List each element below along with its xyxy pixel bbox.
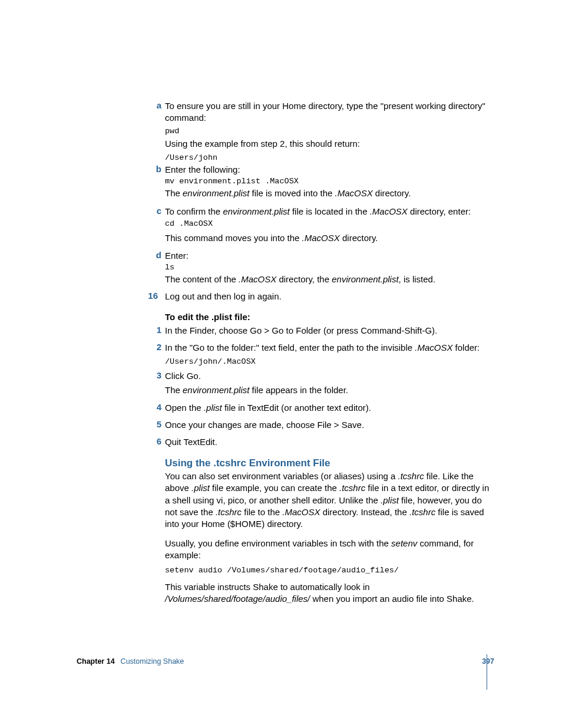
t-italic: .tcshrc bbox=[398, 471, 424, 481]
tcshrc-para2: Usually, you define environment variable… bbox=[165, 538, 494, 562]
t-italic: .tcshrc bbox=[216, 507, 242, 517]
edit-step-3-num: 3 bbox=[135, 370, 161, 380]
t-italic: .MacOSX bbox=[335, 188, 372, 198]
code-ls: ls bbox=[165, 262, 494, 274]
t-italic: .plist bbox=[381, 495, 399, 505]
code-setenv: setenv audio /Volumes/shared/footage/aud… bbox=[165, 565, 494, 577]
code-pwd: pwd bbox=[165, 126, 494, 137]
t: The content of the bbox=[165, 274, 239, 284]
t: file example, you can create the bbox=[210, 483, 339, 493]
t: The bbox=[165, 188, 183, 198]
step-letter-b: b bbox=[147, 164, 161, 174]
edit-step-1-num: 1 bbox=[135, 325, 161, 335]
t-italic: setenv bbox=[391, 538, 417, 548]
step-16-text: Log out and then log in again. bbox=[165, 291, 494, 302]
t: when you import an audio file into Shake… bbox=[310, 594, 474, 604]
step-d-line1: Enter: bbox=[165, 250, 494, 262]
step-letter-c: c bbox=[147, 206, 161, 216]
t-italic: environment.plist bbox=[183, 188, 249, 198]
t: directory, enter: bbox=[408, 206, 471, 216]
chapter-title: Customizing Shake bbox=[121, 657, 184, 666]
tcshrc-para1: You can also set environment variables (… bbox=[165, 470, 494, 530]
t: folder: bbox=[452, 342, 480, 353]
step-letter-d: d bbox=[147, 250, 161, 260]
t-italic: .MacOSX bbox=[239, 274, 276, 284]
t: file to the bbox=[242, 507, 282, 517]
t: To confirm the bbox=[165, 206, 223, 216]
page-number: 397 bbox=[482, 657, 494, 666]
edit-step-2: In the "Go to the folder:" text field, e… bbox=[165, 342, 494, 354]
t: The bbox=[165, 385, 183, 395]
t: Usually, you define environment variable… bbox=[165, 538, 391, 548]
t: file is moved into the bbox=[249, 188, 335, 198]
page-footer: Chapter 14 Customizing Shake 397 bbox=[77, 657, 494, 666]
t: directory. Instead, the bbox=[320, 507, 409, 517]
edit-step-2-num: 2 bbox=[135, 342, 161, 352]
code-cd-macosx: cd .MacOSX bbox=[165, 218, 494, 230]
t-italic: .MacOSX bbox=[302, 233, 340, 243]
t-italic: environment.plist bbox=[183, 385, 249, 395]
t: , is listed. bbox=[399, 274, 436, 284]
code-users-john: /Users/john bbox=[165, 152, 494, 164]
step-c-line2: This command moves you into the .MacOSX … bbox=[165, 232, 494, 244]
chapter-label: Chapter 14 bbox=[77, 657, 115, 666]
step-d-line2: The content of the .MacOSX directory, th… bbox=[165, 274, 494, 285]
t: In the "Go to the folder:" text field, e… bbox=[165, 342, 415, 353]
t: directory. bbox=[340, 233, 378, 243]
edit-step-5: Once your changes are made, choose File … bbox=[165, 419, 494, 431]
edit-step-6: Quit TextEdit. bbox=[165, 436, 494, 448]
t-italic: environment.plist bbox=[332, 274, 398, 284]
t: file is located in the bbox=[290, 206, 370, 216]
edit-plist-heading: To edit the .plist file: bbox=[165, 311, 494, 323]
edit-step-5-num: 5 bbox=[135, 419, 161, 429]
t: file appears in the folder. bbox=[249, 385, 348, 395]
t: You can also set environment variables (… bbox=[165, 471, 398, 481]
footer-left: Chapter 14 Customizing Shake bbox=[77, 657, 184, 666]
tcshrc-para3: This variable instructs Shake to automat… bbox=[165, 581, 494, 605]
edit-step-3-line2: The environment.plist file appears in th… bbox=[165, 384, 494, 396]
text: To ensure you are still in your Home dir… bbox=[165, 101, 485, 123]
code-users-john-macosx: /Users/john/.MacOSX bbox=[165, 356, 494, 368]
edit-step-6-num: 6 bbox=[135, 436, 161, 446]
step-a-return: Using the example from step 2, this shou… bbox=[165, 138, 494, 150]
t: directory. bbox=[373, 188, 411, 198]
edit-step-1: In the Finder, choose Go > Go to Folder … bbox=[165, 325, 494, 337]
t: file in TextEdit (or another text editor… bbox=[222, 403, 371, 413]
t-italic: .plist bbox=[191, 483, 210, 493]
t: directory, the bbox=[276, 274, 332, 284]
t-italic: .plist bbox=[204, 403, 222, 413]
t-italic: environment.plist bbox=[223, 206, 289, 216]
page: a To ensure you are still in your Home d… bbox=[0, 0, 562, 728]
step-b-line2: The environment.plist file is moved into… bbox=[165, 187, 494, 199]
step-number-16: 16 bbox=[87, 291, 158, 301]
t-italic: /Volumes/shared/footage/audio_files/ bbox=[165, 594, 310, 604]
t-italic: .MacOSX bbox=[415, 342, 452, 353]
t-italic: .MacOSX bbox=[282, 507, 320, 517]
step-c-line1: To confirm the environment.plist file is… bbox=[165, 206, 494, 218]
step-b-line1: Enter the following: bbox=[165, 164, 494, 176]
t-italic: .tcshrc bbox=[339, 483, 365, 493]
tcshrc-heading: Using the .tcshrc Environment File bbox=[165, 457, 494, 470]
t-italic: .MacOSX bbox=[370, 206, 408, 216]
t-italic: .tcshrc bbox=[409, 507, 435, 517]
step-letter-a: a bbox=[147, 100, 161, 110]
code-mv: mv environment.plist .MacOSX bbox=[165, 176, 494, 187]
edit-step-3-line1: Click Go. bbox=[165, 370, 494, 382]
t: This variable instructs Shake to automat… bbox=[165, 582, 370, 592]
edit-step-4-num: 4 bbox=[135, 402, 161, 412]
step-a-body: To ensure you are still in your Home dir… bbox=[165, 100, 494, 124]
edit-step-4: Open the .plist file in TextEdit (or ano… bbox=[165, 402, 494, 414]
t: Open the bbox=[165, 403, 204, 413]
t: This command moves you into the bbox=[165, 233, 302, 243]
